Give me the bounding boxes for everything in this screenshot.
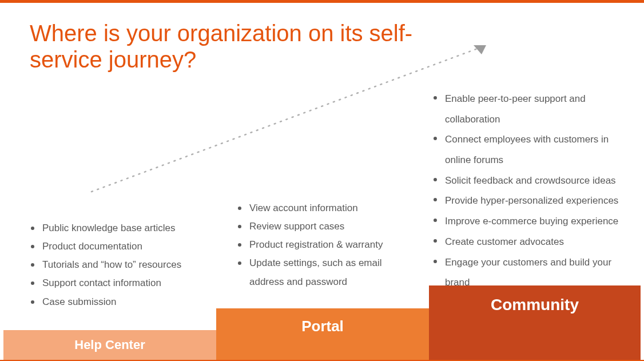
slide: Where is your organization on its self-s… xyxy=(0,0,644,361)
list-item: Connect employees with customers in onli… xyxy=(430,129,636,170)
list-item: Update settings, such as email address a… xyxy=(234,254,418,291)
portal-list: View account information Review support … xyxy=(234,199,418,291)
column-community: Enable peer-to-peer support and collabor… xyxy=(430,89,636,293)
help-center-list: Public knowledge base articles Product d… xyxy=(27,219,216,311)
list-item: Support contact information xyxy=(27,274,216,292)
list-item: Create customer advocates xyxy=(430,232,636,252)
step-community: Community xyxy=(429,285,641,360)
list-item: Product registration & warranty xyxy=(234,236,418,254)
list-item: Public knowledge base articles xyxy=(27,219,216,237)
list-item: Product documentation xyxy=(27,237,216,256)
list-item: Improve e-commerce buying experience xyxy=(430,211,636,232)
list-item: Case submission xyxy=(27,293,216,311)
step-help-center: Help Center xyxy=(3,330,216,360)
step-portal: Portal xyxy=(216,308,429,360)
list-item: Tutorials and “how to” resources xyxy=(27,256,216,274)
list-item: Provide hyper-personalized experiences xyxy=(430,191,636,211)
column-portal: View account information Review support … xyxy=(234,199,418,291)
list-item: Review support cases xyxy=(234,217,418,236)
list-item: View account information xyxy=(234,199,418,217)
community-list: Enable peer-to-peer support and collabor… xyxy=(430,89,636,293)
column-help-center: Public knowledge base articles Product d… xyxy=(27,219,216,311)
list-item: Enable peer-to-peer support and collabor… xyxy=(430,89,636,129)
list-item: Solicit feedback and crowdsource ideas xyxy=(430,170,636,191)
slide-title: Where is your organization on its self-s… xyxy=(30,20,430,73)
svg-marker-1 xyxy=(474,45,486,54)
